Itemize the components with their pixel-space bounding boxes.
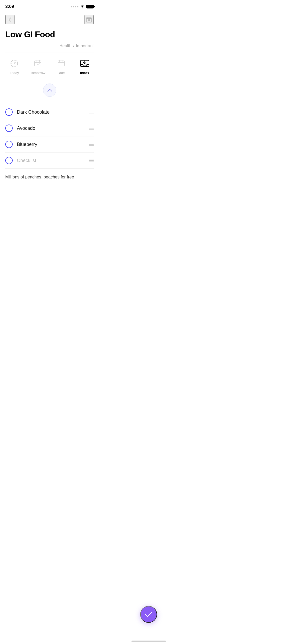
tag-important[interactable]: Important (76, 44, 94, 48)
battery-icon (86, 5, 94, 8)
list-item: Dark Chocolate (5, 104, 94, 120)
list-item: Avocado (5, 120, 94, 136)
chevron-up-icon (47, 89, 52, 92)
list-item: Blueberry (5, 136, 94, 153)
back-button[interactable] (5, 15, 15, 24)
status-icons (71, 5, 94, 8)
inbox-label: Inbox (80, 71, 89, 75)
date-option-date[interactable]: Date (50, 58, 73, 75)
list-item: Checklist (5, 153, 94, 169)
trash-icon (86, 16, 92, 23)
notes-area[interactable]: Millions of peaches, peaches for free (0, 169, 99, 180)
tag-separator: / (73, 44, 74, 48)
item-text-avocado: Avocado (17, 126, 35, 131)
date-label: Date (58, 71, 65, 75)
checkbox-dark-chocolate[interactable] (5, 108, 13, 116)
svg-rect-12 (58, 61, 64, 66)
date-icon (56, 58, 67, 69)
top-nav (0, 12, 99, 27)
date-option-inbox[interactable]: Inbox (73, 58, 96, 75)
checkbox-blueberry[interactable] (5, 141, 13, 148)
date-selector: Today Tomorrow Date (0, 53, 99, 80)
status-bar: 3:09 (0, 0, 99, 12)
status-time: 3:09 (5, 4, 14, 9)
drag-handle-avocado[interactable] (89, 127, 94, 130)
checklist: Dark Chocolate Avocado Blueberry (0, 104, 99, 169)
delete-button[interactable] (84, 15, 94, 24)
notes-text: Millions of peaches, peaches for free (5, 174, 94, 180)
tags-row: Health / Important (0, 43, 99, 53)
date-option-tomorrow[interactable]: Tomorrow (26, 58, 50, 75)
checkbox-checklist[interactable] (5, 157, 13, 164)
date-option-today[interactable]: Today (3, 58, 26, 75)
signal-dots-icon (71, 6, 78, 7)
inbox-icon (79, 58, 90, 69)
drag-handle-checklist[interactable] (89, 159, 94, 162)
item-text-dark-chocolate: Dark Chocolate (17, 109, 50, 115)
tomorrow-label: Tomorrow (30, 71, 45, 75)
item-text-blueberry: Blueberry (17, 142, 37, 147)
chevron-container (0, 80, 99, 104)
today-label: Today (10, 71, 19, 75)
checkbox-avocado[interactable] (5, 125, 13, 132)
back-icon (9, 17, 11, 22)
drag-handle-blueberry[interactable] (89, 143, 94, 146)
wifi-icon (80, 5, 85, 8)
tag-health[interactable]: Health (59, 44, 72, 48)
page-title-section: Low GI Food (0, 27, 99, 43)
tomorrow-icon (32, 58, 43, 69)
page-title: Low GI Food (5, 30, 94, 39)
item-text-checklist: Checklist (17, 158, 36, 163)
collapse-button[interactable] (43, 84, 56, 97)
today-icon (9, 58, 20, 69)
drag-handle-dark-chocolate[interactable] (89, 111, 94, 114)
